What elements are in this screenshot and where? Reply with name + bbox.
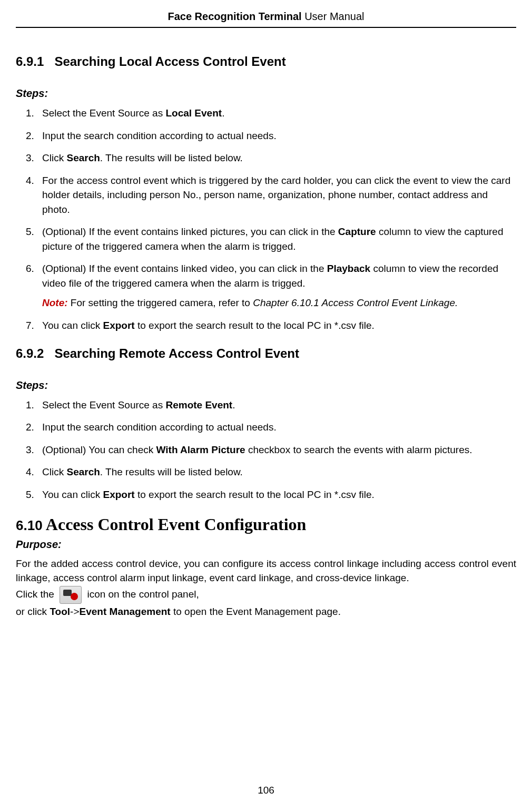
steps-list-692: Select the Event Source as Remote Event.…: [16, 398, 516, 502]
text: to open the Event Management page.: [171, 606, 341, 617]
step-bold: Capture: [338, 226, 376, 237]
note-label: Note:: [42, 297, 68, 308]
text: icon on the control panel,: [87, 589, 199, 600]
steps-label-691: Steps:: [16, 87, 516, 100]
step-text: (Optional) You can check: [42, 444, 156, 455]
step-text: .: [232, 399, 235, 410]
step-item: Select the Event Source as Remote Event.: [37, 398, 516, 413]
header-title-bold: Face Recognition Terminal: [168, 11, 301, 22]
step-item: Select the Event Source as Local Event.: [37, 106, 516, 121]
event-management-icon: [60, 586, 82, 604]
step-item: For the access control event which is tr…: [37, 173, 516, 217]
step-text: to export the search result to the local…: [135, 489, 375, 500]
step-text: Input the search condition according to …: [42, 422, 277, 433]
step-text: For the access control event which is tr…: [42, 175, 510, 215]
step-item: Input the search condition according to …: [37, 129, 516, 143]
step-text: Input the search condition according to …: [42, 130, 277, 141]
step-text: Select the Event Source as: [42, 399, 165, 410]
steps-list-691: Select the Event Source as Local Event. …: [16, 106, 516, 333]
section-title: Searching Local Access Control Event: [54, 54, 285, 69]
section-heading-691: 6.9.1 Searching Local Access Control Eve…: [16, 54, 516, 69]
step-bold: Search: [66, 466, 100, 477]
step-item: Click Search. The results will be listed…: [37, 151, 516, 165]
note-text: For setting the triggered camera, refer …: [68, 297, 253, 308]
step-item: Input the search condition according to …: [37, 420, 516, 435]
step-bold: Export: [103, 489, 134, 500]
section-num: 6.9.1: [16, 54, 44, 69]
page-header: Face Recognition Terminal User Manual: [16, 0, 516, 28]
header-title: Face Recognition Terminal User Manual: [168, 11, 364, 22]
section-title: Access Control Event Configuration: [46, 515, 307, 534]
section-title: Searching Remote Access Control Event: [54, 346, 299, 360]
step-bold: Playback: [327, 263, 370, 274]
menu-path-event-management: Event Management: [80, 606, 171, 617]
step-text: .: [222, 107, 224, 119]
text: or click: [16, 606, 50, 617]
section-heading-692: 6.9.2 Searching Remote Access Control Ev…: [16, 346, 516, 361]
step-text: You can click: [42, 320, 103, 331]
step-text: . The results will be listed below.: [100, 466, 243, 477]
note-block: Note: For setting the triggered camera, …: [42, 296, 516, 310]
step-item: You can click Export to export the searc…: [37, 487, 516, 502]
step-item: Click Search. The results will be listed…: [37, 465, 516, 480]
note-ref: Chapter 6.10.1 Access Control Event Link…: [253, 297, 458, 308]
menu-path-tool: Tool: [50, 606, 70, 617]
step-text: Click: [42, 466, 66, 477]
step-bold: Export: [103, 320, 134, 331]
page-number: 106: [0, 785, 532, 796]
purpose-body: For the added access control device, you…: [16, 557, 516, 585]
click-instruction: Click the icon on the control panel,: [16, 586, 516, 604]
arrow-text: ->: [70, 606, 79, 617]
step-bold: With Alarm Picture: [156, 444, 245, 455]
step-text: (Optional) If the event contains linked …: [42, 263, 327, 274]
section-num: 6.9.2: [16, 346, 44, 360]
step-bold: Local Event: [165, 107, 222, 119]
step-text: Click: [42, 152, 66, 163]
header-title-normal: User Manual: [302, 11, 364, 22]
step-item: (Optional) If the event contains linked …: [37, 261, 516, 310]
step-text: (Optional) If the event contains linked …: [42, 226, 338, 237]
step-text: to export the search result to the local…: [135, 320, 375, 331]
purpose-label: Purpose:: [16, 539, 516, 551]
steps-label-692: Steps:: [16, 379, 516, 392]
or-click-instruction: or click Tool->Event Management to open …: [16, 604, 516, 620]
step-bold: Remote Event: [165, 399, 232, 410]
text: Click the: [16, 589, 57, 600]
section-num: 6.10: [16, 517, 43, 533]
step-text: checkbox to search the events with alarm…: [245, 444, 472, 455]
section-heading-610: 6.10 Access Control Event Configuration: [16, 515, 516, 534]
step-item: You can click Export to export the searc…: [37, 318, 516, 333]
step-text: . The results will be listed below.: [100, 152, 243, 163]
step-item: (Optional) You can check With Alarm Pict…: [37, 443, 516, 457]
step-bold: Search: [66, 152, 100, 163]
step-item: (Optional) If the event contains linked …: [37, 224, 516, 253]
step-text: Select the Event Source as: [42, 107, 165, 119]
step-text: You can click: [42, 489, 103, 500]
